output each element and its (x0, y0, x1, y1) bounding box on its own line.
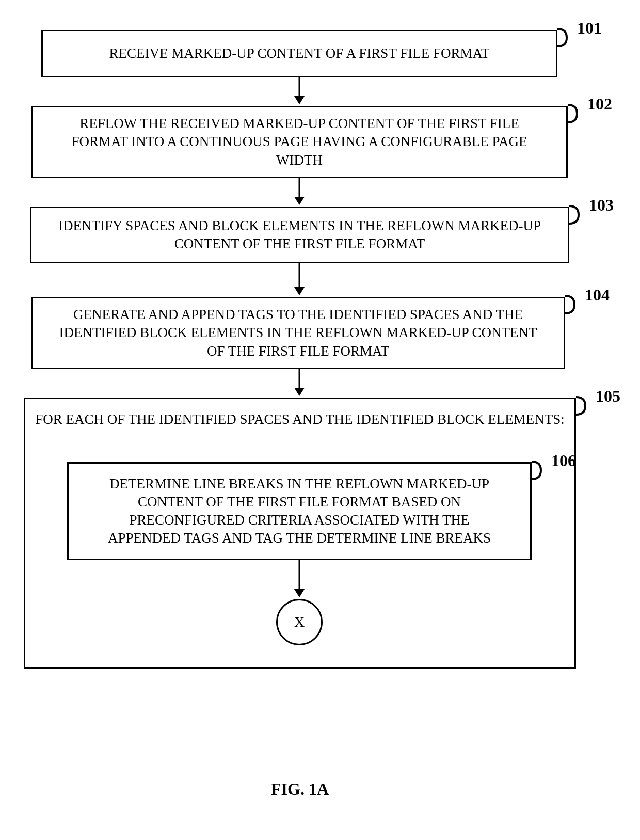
step-102-box: REFLOW THE RECEIVED MARKED-UP CONTENT OF… (31, 106, 568, 178)
connector-label: X (294, 614, 305, 630)
flowchart-page: RECEIVE MARKED-UP CONTENT OF A FIRST FIL… (0, 0, 640, 840)
step-106-text: DETERMINE LINE BREAKS IN THE REFLOWN MAR… (100, 475, 499, 547)
ref-105: 105 (596, 387, 620, 406)
ref-106: 106 (551, 451, 576, 470)
step-101-text: RECEIVE MARKED-UP CONTENT OF A FIRST FIL… (109, 44, 490, 62)
step-104-text: GENERATE AND APPEND TAGS TO THE IDENTIFI… (53, 306, 543, 360)
ref-brace-102 (568, 104, 586, 125)
ref-102: 102 (587, 94, 612, 114)
step-101-box: RECEIVE MARKED-UP CONTENT OF A FIRST FIL… (41, 30, 557, 77)
figure-label: FIG. 1A (271, 780, 329, 799)
arrow-106-connector (294, 560, 305, 599)
arrow-101-102 (294, 77, 305, 106)
ref-101: 101 (577, 19, 602, 38)
ref-brace-104 (565, 295, 583, 316)
svg-marker-1 (294, 96, 305, 104)
step-104-box: GENERATE AND APPEND TAGS TO THE IDENTIFI… (31, 297, 565, 369)
svg-marker-7 (294, 388, 305, 396)
svg-marker-9 (294, 589, 305, 597)
svg-marker-3 (294, 197, 305, 205)
ref-brace-101 (557, 28, 575, 49)
step-102-text: REFLOW THE RECEIVED MARKED-UP CONTENT OF… (53, 115, 546, 169)
ref-brace-105 (576, 397, 594, 417)
ref-103: 103 (589, 196, 614, 215)
ref-brace-106 (532, 461, 550, 482)
arrow-103-104 (294, 263, 305, 297)
step-103-text: IDENTIFY SPACES AND BLOCK ELEMENTS IN TH… (52, 217, 547, 253)
arrow-104-105 (294, 369, 305, 398)
step-106-box: DETERMINE LINE BREAKS IN THE REFLOWN MAR… (67, 462, 532, 560)
step-105-text: FOR EACH OF THE IDENTIFIED SPACES AND TH… (24, 410, 576, 429)
ref-104: 104 (585, 286, 610, 305)
step-103-box: IDENTIFY SPACES AND BLOCK ELEMENTS IN TH… (30, 207, 569, 263)
ref-brace-103 (569, 205, 587, 226)
svg-marker-5 (294, 287, 305, 295)
offpage-connector: X (276, 599, 323, 645)
arrow-102-103 (294, 178, 305, 207)
